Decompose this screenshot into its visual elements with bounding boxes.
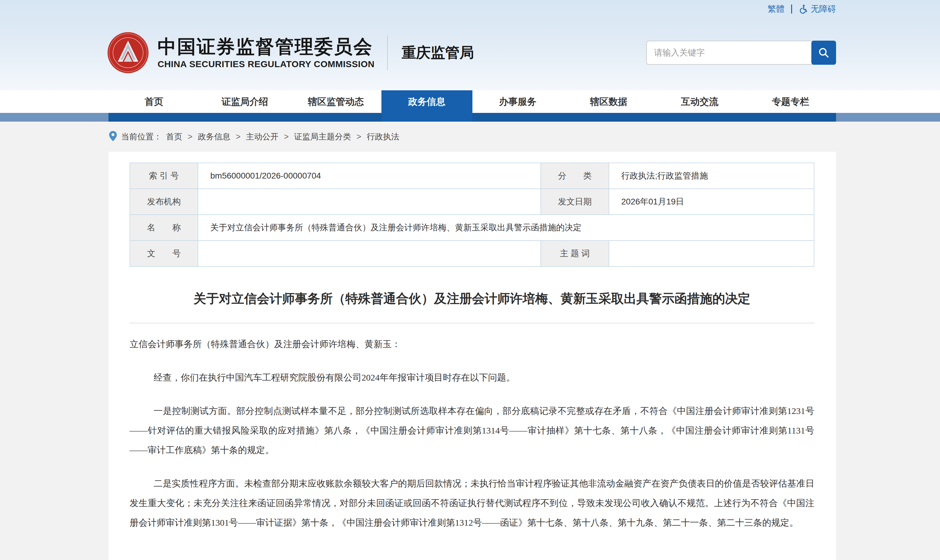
- meta-label-issue-date: 发文日期: [541, 189, 609, 215]
- meta-label-issuing-org: 发布机构: [130, 189, 198, 215]
- traditional-chinese-link[interactable]: 繁體: [768, 3, 784, 15]
- utility-bar: 繁體 无障碍: [0, 0, 940, 15]
- nav-item-regional-supervision[interactable]: 辖区监管动态: [290, 90, 381, 113]
- meta-label-index-no: 索 引 号: [130, 163, 198, 189]
- meta-value-issue-date: 2026年01月19日: [609, 189, 814, 215]
- table-row: 发布机构 发文日期 2026年01月19日: [130, 189, 814, 215]
- article-paragraph-intro: 经查，你们在执行中国汽车工程研究院股份有限公司2024年年报审计项目时存在以下问…: [129, 368, 814, 387]
- meta-value-name: 关于对立信会计师事务所（特殊普通合伙）及注册会计师许培梅、黄新玉采取出具警示函措…: [198, 215, 814, 240]
- meta-label-subject: 主 题 词: [541, 240, 609, 266]
- meta-value-issuing-org: [198, 189, 541, 215]
- article-title: 关于对立信会计师事务所（特殊普通合伙）及注册会计师许培梅、黄新玉采取出具警示函措…: [129, 290, 814, 307]
- nav-item-government-info[interactable]: 政务信息: [381, 90, 472, 122]
- csrc-logo: [107, 32, 149, 74]
- table-row: 名 称 关于对立信会计师事务所（特殊普通合伙）及注册会计师许培梅、黄新玉采取出具…: [130, 215, 814, 240]
- article-paragraph-issue-2: 二是实质性程序方面。未检查部分期末应收账款余额较大客户的期后回款情况；未执行恰当…: [129, 474, 814, 532]
- search-box: [646, 41, 836, 65]
- breadcrumb-administrative-enforcement[interactable]: 行政执法: [367, 131, 399, 142]
- meta-value-subject: [609, 240, 814, 266]
- wheelchair-icon: [799, 4, 808, 14]
- breadcrumb-prefix: 当前位置：: [121, 131, 162, 142]
- meta-label-doc-no: 文 号: [130, 240, 198, 266]
- breadcrumb: 当前位置： 首页 > 政务信息 > 主动公开 > 证监局主题分类 > 行政执法: [0, 122, 940, 152]
- breadcrumb-separator: >: [236, 132, 241, 142]
- table-row: 文 号 主 题 词: [130, 240, 814, 266]
- article-body: 立信会计师事务所（特殊普通合伙）及注册会计师许培梅、黄新玉： 经查，你们在执行中…: [129, 334, 814, 532]
- nav-item-regional-data[interactable]: 辖区数据: [563, 90, 654, 113]
- header-divider: [387, 35, 388, 70]
- csrc-chongqing-page: { "topbar": { "lang_switch": "繁體", "acce…: [0, 0, 940, 560]
- org-name-cn: 中国证券监督管理委员会: [157, 36, 374, 57]
- breadcrumb-separator: >: [356, 132, 361, 142]
- page-header: 繁體 无障碍 中国证券监督管理委员会 CHINA SECURITIES REGU…: [0, 0, 940, 90]
- org-title-block: 中国证券监督管理委员会 CHINA SECURITIES REGULATORY …: [157, 36, 374, 69]
- breadcrumb-proactive-disclosure[interactable]: 主动公开: [246, 131, 279, 142]
- article-paragraph-salutation: 立信会计师事务所（特殊普通合伙）及注册会计师许培梅、黄新玉：: [129, 334, 814, 354]
- nav-item-bureau-intro[interactable]: 证监局介绍: [199, 90, 290, 113]
- accessibility-label: 无障碍: [811, 3, 836, 15]
- search-input[interactable]: [646, 41, 813, 65]
- table-row: 索 引 号 bm56000001/2026-00000704 分 类 行政执法;…: [130, 163, 814, 189]
- doc-meta-table: 索 引 号 bm56000001/2026-00000704 分 类 行政执法;…: [129, 163, 814, 267]
- breadcrumb-government-info[interactable]: 政务信息: [198, 131, 231, 142]
- nav-row: 首页 证监局介绍 辖区监管动态 政务信息 办事服务 辖区数据 互动交流 专题专栏: [108, 90, 836, 122]
- breadcrumb-topic-category[interactable]: 证监局主题分类: [294, 131, 351, 142]
- nav-item-interaction[interactable]: 互动交流: [654, 90, 745, 113]
- location-pin-icon: [109, 131, 117, 141]
- topbar-divider: [791, 5, 792, 14]
- title-divider: [129, 323, 814, 323]
- org-name-en: CHINA SECURITIES REGULATORY COMMISSION: [157, 59, 374, 69]
- bureau-title: 重庆监管局: [402, 43, 474, 62]
- meta-value-doc-no: [198, 240, 541, 266]
- meta-value-index-no: bm56000001/2026-00000704: [198, 163, 541, 189]
- header-main: 中国证券监督管理委员会 CHINA SECURITIES REGULATORY …: [0, 15, 940, 90]
- search-button[interactable]: [811, 41, 836, 65]
- magnifier-icon: [818, 47, 829, 58]
- article-paragraph-issue-1: 一是控制测试方面。部分控制点测试样本量不足，部分控制测试所选取样本存在偏向，部分…: [129, 401, 814, 460]
- nav-item-services[interactable]: 办事服务: [472, 90, 563, 113]
- main-navigation: 首页 证监局介绍 辖区监管动态 政务信息 办事服务 辖区数据 互动交流 专题专栏: [0, 90, 940, 122]
- accessibility-link[interactable]: 无障碍: [799, 3, 836, 15]
- meta-value-category: 行政执法;行政监管措施: [609, 163, 814, 189]
- breadcrumb-home[interactable]: 首页: [166, 131, 182, 142]
- breadcrumb-separator: >: [284, 132, 289, 142]
- nav-item-special-topics[interactable]: 专题专栏: [745, 90, 836, 113]
- meta-label-category: 分 类: [541, 163, 609, 189]
- document-card: 索 引 号 bm56000001/2026-00000704 分 类 行政执法;…: [108, 152, 836, 560]
- meta-label-name: 名 称: [130, 215, 198, 240]
- breadcrumb-separator: >: [188, 132, 193, 142]
- nav-item-home[interactable]: 首页: [108, 90, 199, 113]
